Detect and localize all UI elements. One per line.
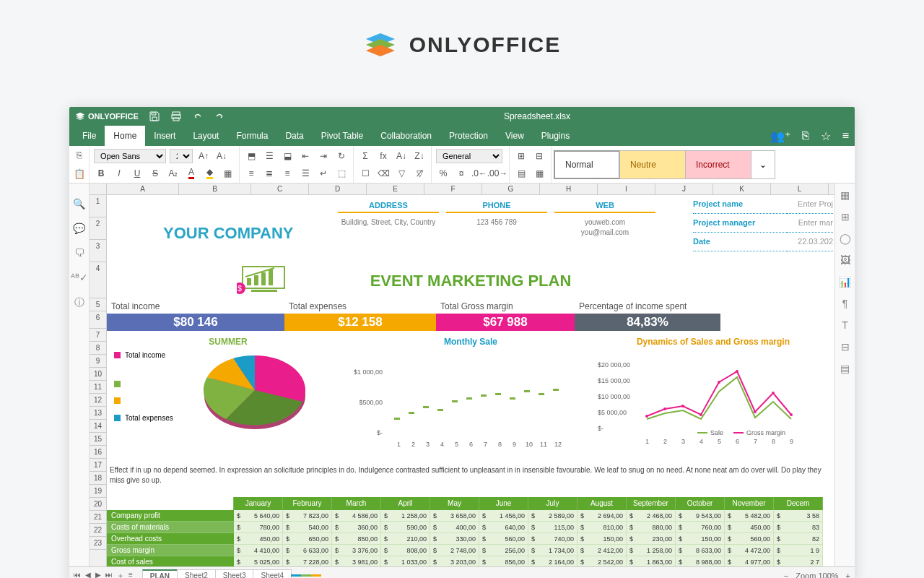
row-header[interactable]: 22 [90, 524, 106, 537]
sheet-nav-next-icon[interactable]: ▶ [95, 571, 101, 579]
data-cell[interactable]: $150,00 [676, 533, 725, 545]
textart-settings-icon[interactable]: T [842, 319, 848, 331]
data-cell[interactable]: $4 977,00 [725, 556, 774, 566]
align-left-icon[interactable]: ≡ [244, 166, 258, 181]
font-color-button[interactable]: A [184, 166, 199, 181]
data-cell[interactable]: $256,00 [479, 545, 528, 556]
spellcheck-icon[interactable]: ᴬᴮ✓ [71, 272, 88, 283]
fill-color-button[interactable]: ◆ [202, 166, 217, 181]
row-header[interactable]: 20 [90, 498, 106, 511]
remove-filter-icon[interactable]: ▽̸ [412, 166, 427, 181]
zoom-level[interactable]: Zoom 100% [796, 571, 838, 579]
increase-font-icon[interactable]: A↑ [196, 149, 211, 163]
pivot-settings-icon[interactable]: ⊟ [841, 341, 850, 353]
data-cell[interactable]: $590,00 [381, 522, 430, 533]
row-header[interactable]: 23 [90, 537, 106, 550]
tab-collaboration[interactable]: Collaboration [372, 126, 440, 146]
subscript-button[interactable]: A₂ [166, 166, 180, 181]
cell-settings-icon[interactable]: ▦ [840, 189, 850, 201]
data-cell[interactable]: $7 823,00 [283, 510, 332, 522]
percent-icon[interactable]: % [436, 166, 450, 181]
copy-icon[interactable]: ⎘ [69, 146, 89, 165]
data-cell[interactable]: $540,00 [283, 522, 332, 533]
cell-style-neutral[interactable]: Neutre [619, 150, 686, 179]
tab-pivot-table[interactable]: Pivot Table [313, 126, 372, 146]
sheet-list-icon[interactable]: ≡ [128, 571, 133, 579]
search-icon[interactable]: 🔍 [73, 198, 85, 210]
data-cell[interactable]: $150,00 [578, 533, 627, 545]
save-icon[interactable] [149, 111, 160, 122]
data-cell[interactable]: $650,00 [283, 533, 332, 545]
data-cell[interactable]: $330,00 [430, 533, 479, 545]
chart-settings-icon[interactable]: 📊 [839, 276, 851, 288]
tab-home[interactable]: Home [105, 126, 145, 146]
conditional-format-icon[interactable]: ▤ [514, 166, 528, 181]
data-cell[interactable]: $5 482,00 [725, 510, 774, 522]
data-cell[interactable]: $115,00 [528, 522, 578, 533]
increase-decimal-icon[interactable]: .00→ [490, 166, 505, 181]
cell-style-more-button[interactable]: ⌄ [751, 150, 775, 179]
insert-cells-icon[interactable]: ⊞ [514, 149, 528, 163]
format-table-icon[interactable]: ▦ [532, 166, 546, 181]
redo-icon[interactable] [214, 111, 225, 122]
data-cell[interactable]: $8 633,00 [676, 545, 725, 556]
accounting-icon[interactable]: ¤ [454, 166, 468, 181]
row-header[interactable]: 10 [90, 368, 106, 381]
data-cell[interactable]: $760,00 [676, 522, 725, 533]
cell-style-normal[interactable]: Normal [554, 150, 620, 179]
data-cell[interactable]: $1 258,00 [627, 545, 676, 556]
sort-desc-icon[interactable]: Z↓ [412, 149, 427, 163]
sheet-tab[interactable]: Sheet2 [177, 569, 216, 578]
data-cell[interactable]: $3 58 [774, 510, 823, 522]
data-cell[interactable]: $4 472,00 [725, 545, 774, 556]
data-cell[interactable]: $810,00 [578, 522, 627, 533]
row-header[interactable]: 15 [90, 433, 106, 446]
row-header[interactable]: 4 [90, 262, 106, 298]
row-header[interactable]: 18 [90, 472, 106, 485]
image-settings-icon[interactable]: 🖼 [840, 254, 850, 266]
row-header[interactable]: 6 [90, 311, 106, 329]
data-cell[interactable]: $2 468,00 [627, 510, 676, 522]
data-cell[interactable]: $808,00 [381, 545, 430, 556]
row-header[interactable]: 5 [90, 298, 106, 311]
column-header[interactable]: C [251, 184, 309, 194]
row-header[interactable]: 2 [90, 217, 106, 240]
data-cell[interactable]: $3 376,00 [332, 545, 381, 556]
named-range-icon[interactable]: ☐ [358, 166, 372, 181]
sheet-nav-last-icon[interactable]: ⏭ [105, 571, 113, 579]
tab-layout[interactable]: Layout [184, 126, 227, 146]
menu-icon[interactable]: ≡ [842, 129, 849, 143]
row-header[interactable]: 17 [90, 459, 106, 472]
data-cell[interactable]: $2 694,00 [578, 510, 627, 522]
data-cell[interactable]: $740,00 [528, 533, 578, 545]
tab-protection[interactable]: Protection [440, 126, 497, 146]
tab-file[interactable]: File [74, 126, 105, 146]
table-settings-icon[interactable]: ⊞ [841, 211, 850, 223]
align-middle-icon[interactable]: ☰ [262, 149, 276, 163]
indent-increase-icon[interactable]: ⇥ [316, 149, 331, 163]
data-cell[interactable]: $1 734,00 [528, 545, 578, 556]
sheet-nav-prev-icon[interactable]: ◀ [85, 571, 91, 579]
data-cell[interactable]: $2 7 [774, 556, 823, 566]
row-header[interactable]: 8 [90, 342, 106, 355]
column-header[interactable]: H [540, 184, 598, 194]
data-cell[interactable]: $360,00 [332, 522, 381, 533]
tab-data[interactable]: Data [276, 126, 312, 146]
data-cell[interactable]: $3 658,00 [430, 510, 479, 522]
tab-plugins[interactable]: Plugins [533, 126, 578, 146]
sheet-nav-first-icon[interactable]: ⏮ [74, 571, 81, 579]
share-icon[interactable]: 👥⁺ [770, 129, 790, 143]
row-header[interactable]: 13 [90, 407, 106, 420]
row-header[interactable]: 19 [90, 485, 106, 498]
align-center-icon[interactable]: ≣ [262, 166, 276, 181]
row-header[interactable]: 14 [90, 420, 106, 433]
data-cell[interactable]: $5 640,00 [234, 510, 283, 522]
open-folder-icon[interactable]: ⎘ [802, 129, 809, 143]
wrap-text-icon[interactable]: ↵ [316, 166, 331, 181]
data-cell[interactable]: $850,00 [332, 533, 381, 545]
column-header[interactable]: K [713, 184, 771, 194]
tab-formula[interactable]: Formula [227, 126, 276, 146]
paragraph-settings-icon[interactable]: ¶ [842, 298, 848, 309]
merge-cells-icon[interactable]: ⬚ [334, 166, 349, 181]
data-cell[interactable]: $6 633,00 [283, 545, 332, 556]
